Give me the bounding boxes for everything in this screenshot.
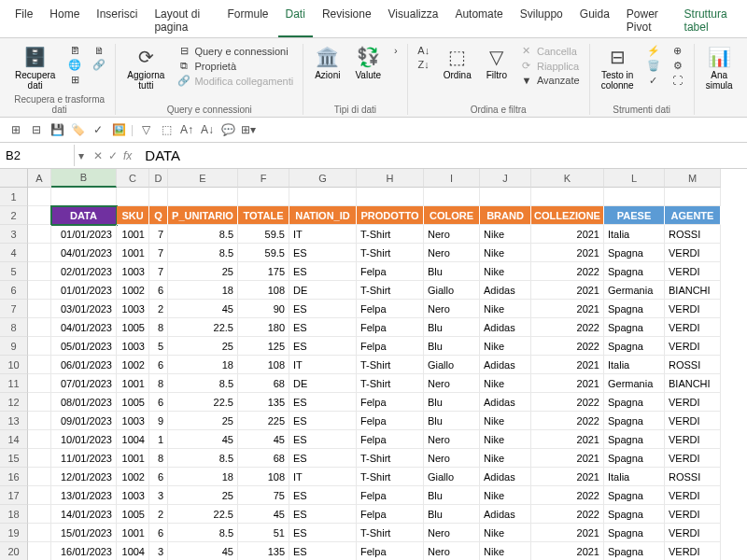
cell[interactable] [28, 468, 51, 486]
cell[interactable]: 1005 [117, 505, 149, 524]
cell[interactable]: DE [289, 374, 357, 393]
namebox-dropdown[interactable]: ▾ [75, 149, 88, 162]
cell[interactable]: 1001 [117, 374, 149, 393]
cell[interactable] [28, 244, 51, 262]
btn-valute[interactable]: 💱Valute [349, 44, 387, 82]
btn-recupera-dati[interactable]: 🗄️Recupera dati [9, 44, 61, 92]
cell[interactable] [28, 337, 51, 356]
btn-consol[interactable]: ⊕ [668, 44, 688, 58]
cell[interactable]: VERDI [665, 542, 721, 560]
cell[interactable]: Nike [480, 449, 531, 468]
cell[interactable]: 1004 [117, 542, 149, 560]
cell[interactable]: Nero [424, 300, 480, 318]
qat-comment[interactable]: 💬 [219, 121, 236, 138]
row-header[interactable]: 3 [0, 225, 28, 244]
cell[interactable]: 7 [149, 244, 168, 262]
cell[interactable]: 16/01/2023 [51, 542, 117, 560]
cell[interactable] [665, 188, 721, 206]
col-header-H[interactable]: H [357, 169, 424, 188]
cell[interactable]: 75 [238, 486, 289, 505]
cell[interactable]: 45 [238, 505, 289, 524]
cell[interactable]: IT [289, 468, 357, 486]
btn-from-table[interactable]: ⊞ [64, 73, 85, 87]
cell[interactable] [28, 356, 51, 374]
cell[interactable]: Blu [424, 337, 480, 356]
cell[interactable]: 2022 [531, 262, 604, 281]
tab-automate[interactable]: Automate [447, 4, 510, 37]
col-header-B[interactable]: B [51, 169, 117, 188]
btn-ordina[interactable]: ⬚Ordina [438, 44, 477, 82]
tab-formule[interactable]: Formule [220, 4, 276, 37]
cell[interactable]: 5 [149, 337, 168, 356]
cell[interactable]: 02/01/2023 [51, 262, 117, 281]
cell[interactable]: 9 [149, 412, 168, 430]
cell[interactable]: Spagna [604, 262, 665, 281]
cell[interactable]: Blu [424, 486, 480, 505]
cell[interactable]: 7 [149, 225, 168, 244]
cell[interactable]: 04/01/2023 [51, 244, 117, 262]
cell[interactable]: Nero [424, 225, 480, 244]
cell[interactable]: VERDI [665, 318, 721, 337]
btn-recent[interactable]: 🗎 [89, 44, 109, 57]
cell[interactable]: BIANCHI [665, 374, 721, 393]
cell[interactable]: Blu [424, 393, 480, 412]
cell[interactable]: VERDI [665, 524, 721, 542]
cell[interactable]: 2021 [531, 300, 604, 318]
header-q[interactable]: Q [149, 206, 168, 225]
cell[interactable]: 2021 [531, 468, 604, 486]
cell[interactable]: 90 [238, 300, 289, 318]
btn-existing[interactable]: 🔗 [89, 58, 109, 72]
cell[interactable]: VERDI [665, 430, 721, 449]
cell[interactable]: 25 [168, 262, 238, 281]
btn-sort-az[interactable]: A↓ [414, 44, 434, 57]
cell[interactable]: 1005 [117, 393, 149, 412]
qat-border[interactable]: ⊞▾ [240, 121, 257, 138]
cell[interactable]: Germania [604, 281, 665, 300]
enter-icon[interactable]: ✓ [106, 149, 120, 162]
cell[interactable]: ES [289, 505, 357, 524]
cell[interactable] [289, 188, 357, 206]
cell[interactable]: 05/01/2023 [51, 337, 117, 356]
header-prodotto[interactable]: PRODOTTO [357, 206, 424, 225]
cell[interactable]: 1005 [117, 318, 149, 337]
btn-valid[interactable]: ✓ [643, 74, 664, 88]
qat-sort[interactable]: ⬚ [158, 121, 175, 138]
header-totale[interactable]: TOTALE [238, 206, 289, 225]
tab-revisione[interactable]: Revisione [315, 4, 379, 37]
cell[interactable]: Spagna [604, 449, 665, 468]
cell[interactable]: Spagna [604, 412, 665, 430]
cell[interactable]: 04/01/2023 [51, 318, 117, 337]
cell[interactable]: 2022 [531, 337, 604, 356]
qat-save[interactable]: 💾 [49, 121, 65, 138]
btn-rel[interactable]: ⚙ [668, 59, 688, 73]
cell[interactable]: 10/01/2023 [51, 430, 117, 449]
header-collezione[interactable]: COLLEZIONE [531, 206, 604, 225]
btn-avanzate[interactable]: ▼Avanzate [516, 74, 584, 87]
row-header[interactable]: 15 [0, 449, 28, 468]
cell[interactable]: 2021 [531, 374, 604, 393]
cell[interactable]: 01/01/2023 [51, 281, 117, 300]
cell[interactable]: 6 [149, 524, 168, 542]
cell[interactable]: BIANCHI [665, 281, 721, 300]
cell[interactable]: Nike [480, 262, 531, 281]
cell[interactable]: 2021 [531, 449, 604, 468]
cell[interactable]: Nike [480, 486, 531, 505]
cell[interactable]: 8.5 [168, 244, 238, 262]
row-header[interactable]: 5 [0, 262, 28, 281]
tab-struttura-tabel[interactable]: Struttura tabel [677, 4, 740, 37]
col-header-K[interactable]: K [531, 169, 604, 188]
cell[interactable]: Spagna [604, 318, 665, 337]
cell[interactable] [28, 206, 51, 225]
cell[interactable]: Adidas [480, 393, 531, 412]
cell[interactable]: VERDI [665, 449, 721, 468]
col-header-C[interactable]: C [117, 169, 149, 188]
row-header[interactable]: 16 [0, 468, 28, 486]
cell[interactable]: 25 [168, 337, 238, 356]
btn-query-conn[interactable]: ⊟Query e connessioni [174, 44, 297, 58]
col-header-D[interactable]: D [149, 169, 168, 188]
cell[interactable]: 2021 [531, 356, 604, 374]
cell[interactable]: 1001 [117, 225, 149, 244]
cell[interactable]: 06/01/2023 [51, 356, 117, 374]
cell[interactable]: 12/01/2023 [51, 468, 117, 486]
cell[interactable]: 2021 [531, 281, 604, 300]
